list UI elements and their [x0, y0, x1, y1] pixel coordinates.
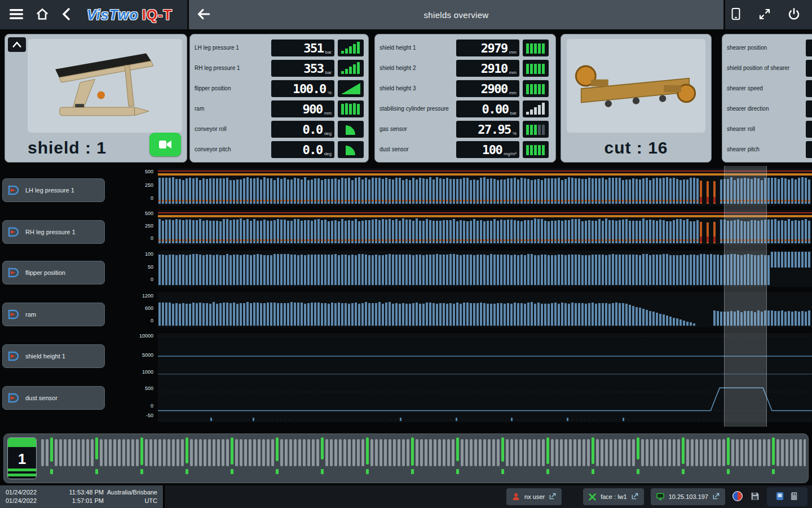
selector-tick[interactable] — [722, 439, 725, 466]
selector-tick[interactable] — [569, 439, 572, 466]
selector-tick[interactable] — [610, 439, 612, 466]
selector-tick[interactable] — [623, 439, 626, 466]
selector-tick[interactable] — [226, 439, 229, 466]
chart-scrubber[interactable] — [724, 166, 767, 427]
selector-tick[interactable] — [64, 439, 67, 466]
selector-tick[interactable] — [199, 439, 202, 466]
selector-tick[interactable] — [700, 439, 703, 466]
selector-tick[interactable] — [452, 439, 454, 466]
menu-button[interactable] — [9, 8, 24, 22]
selector-tick[interactable] — [82, 439, 85, 466]
storage-button[interactable] — [791, 492, 798, 502]
selector-tick[interactable] — [749, 439, 752, 466]
selector-tick[interactable] — [217, 439, 220, 466]
selector-tick[interactable] — [790, 439, 793, 466]
selector-tick[interactable] — [176, 439, 179, 466]
selector-tick[interactable] — [370, 439, 373, 466]
selector-tick[interactable] — [204, 439, 206, 466]
selector-tick[interactable] — [804, 439, 806, 466]
selector-tick[interactable] — [443, 439, 445, 466]
selector-tick[interactable] — [267, 439, 270, 466]
selector-tick[interactable] — [303, 439, 306, 466]
selector-tick[interactable] — [601, 439, 603, 466]
selector-tick[interactable] — [767, 439, 770, 466]
selector-tick[interactable] — [280, 439, 283, 466]
selector-tick[interactable] — [398, 439, 400, 466]
flag-button[interactable] — [732, 491, 743, 503]
selector-tick[interactable] — [208, 439, 211, 466]
legend-item-shield-height-1[interactable]: shield height 1 — [2, 344, 105, 368]
selector-tick[interactable] — [646, 439, 648, 466]
selector-tick[interactable] — [605, 439, 608, 466]
selector-tick-green[interactable] — [727, 437, 730, 465]
selector-tick[interactable] — [438, 439, 441, 466]
selector-tick[interactable] — [533, 439, 536, 466]
selector-tick[interactable] — [86, 439, 89, 466]
selector-tick-green[interactable] — [95, 437, 98, 459]
selector-tick[interactable] — [195, 439, 197, 466]
selector-tick[interactable] — [393, 439, 396, 466]
selector-tick[interactable] — [190, 439, 193, 466]
selector-tick[interactable] — [429, 439, 432, 466]
selector-tick[interactable] — [131, 439, 134, 466]
selector-tick[interactable] — [46, 439, 48, 466]
selector-tick[interactable] — [425, 439, 427, 466]
selector-tick[interactable] — [407, 439, 409, 466]
power-button[interactable] — [787, 7, 801, 23]
selector-tick[interactable] — [754, 439, 757, 466]
selector-tick[interactable] — [519, 439, 522, 466]
legend-item-rh-leg-pressure-1[interactable]: RH leg pressure 1 — [2, 220, 105, 244]
selector-tick[interactable] — [244, 439, 247, 466]
selector-tick-green[interactable] — [546, 437, 549, 464]
selector-tick-green[interactable] — [637, 437, 639, 459]
selector-tick[interactable] — [181, 439, 184, 466]
shield-selector-current[interactable]: 1 — [7, 437, 37, 479]
selector-tick-green[interactable] — [592, 437, 594, 464]
selector-tick[interactable] — [619, 439, 621, 466]
selector-tick[interactable] — [163, 439, 166, 466]
selector-tick[interactable] — [582, 439, 585, 466]
selector-tick[interactable] — [357, 439, 360, 466]
selector-tick[interactable] — [691, 439, 694, 466]
selector-tick[interactable] — [91, 439, 94, 466]
resize-button[interactable] — [758, 7, 771, 23]
selector-tick[interactable] — [461, 439, 464, 466]
selector-tick[interactable] — [528, 439, 531, 466]
selector-tick[interactable] — [145, 439, 148, 466]
selector-tick[interactable] — [325, 439, 328, 466]
user-link-button[interactable] — [549, 492, 557, 502]
selector-tick[interactable] — [799, 439, 802, 466]
selector-tick[interactable] — [352, 439, 355, 466]
selector-tick[interactable] — [298, 439, 301, 466]
chart-canvas-lh-leg-pressure[interactable] — [158, 168, 812, 205]
selector-tick[interactable] — [55, 439, 58, 466]
selector-tick-green[interactable] — [231, 437, 233, 465]
selector-tick[interactable] — [222, 439, 224, 466]
selector-tick[interactable] — [339, 439, 342, 466]
selector-tick[interactable] — [573, 439, 576, 466]
selector-tick[interactable] — [307, 439, 310, 466]
face-link-button[interactable] — [631, 492, 639, 502]
selector-tick[interactable] — [795, 439, 797, 466]
device-app-button[interactable] — [776, 492, 784, 502]
selector-tick[interactable] — [127, 439, 130, 466]
selector-tick[interactable] — [713, 439, 716, 466]
selector-tick[interactable] — [483, 439, 486, 466]
selector-tick[interactable] — [632, 439, 635, 466]
selector-tick[interactable] — [389, 439, 391, 466]
selector-tick[interactable] — [736, 439, 739, 466]
selector-tick[interactable] — [776, 439, 779, 466]
selector-tick[interactable] — [659, 439, 662, 466]
selector-tick[interactable] — [506, 439, 509, 466]
selector-tick[interactable] — [564, 439, 567, 466]
selector-tick[interactable] — [709, 439, 712, 466]
selector-tick-green[interactable] — [276, 437, 279, 461]
selector-tick[interactable] — [122, 439, 125, 466]
selector-tick[interactable] — [402, 439, 405, 466]
selector-tick[interactable] — [104, 439, 107, 466]
selector-tick-green[interactable] — [186, 437, 188, 463]
selector-tick[interactable] — [271, 439, 274, 466]
legend-item-lh-leg-pressure-1[interactable]: LH leg pressure 1 — [2, 178, 105, 202]
selector-tick[interactable] — [294, 439, 297, 466]
camera-button[interactable] — [149, 133, 181, 156]
